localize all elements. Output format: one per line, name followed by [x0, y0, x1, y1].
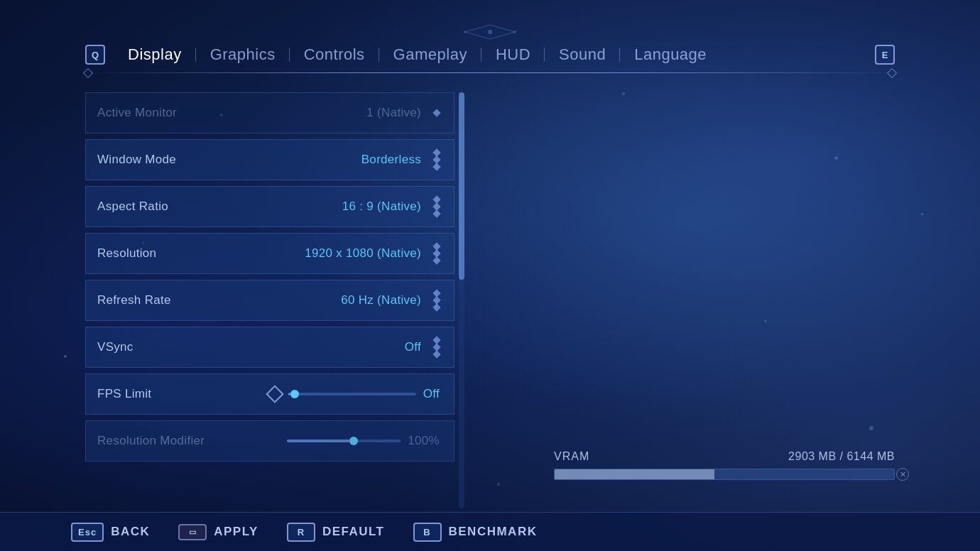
- nav-right-key[interactable]: E: [875, 45, 895, 65]
- setting-value-vsync: Off: [405, 340, 421, 354]
- nav-deco-left: [83, 68, 93, 78]
- tab-controls[interactable]: Controls: [290, 43, 379, 67]
- bottom-bar: Esc BACK ▭ APPLY R DEFAULT B BENCHMARK: [0, 512, 980, 551]
- vram-section: VRAM 2903 MB / 6144 MB ✕: [554, 450, 895, 480]
- setting-refresh-rate[interactable]: Refresh Rate 60 Hz (Native): [85, 280, 454, 321]
- vram-available-bar: [714, 469, 894, 479]
- resolution-slider-container: 100%: [205, 434, 440, 448]
- setting-value-active-monitor: 1 (Native): [366, 106, 421, 120]
- arrows-vsync: [434, 337, 440, 357]
- benchmark-label: BENCHMARK: [449, 525, 538, 539]
- vram-bar-wrapper: ✕: [554, 469, 895, 480]
- setting-vsync[interactable]: VSync Off: [85, 327, 454, 368]
- arrows-active-monitor: [434, 110, 440, 116]
- nav-border: [85, 72, 895, 73]
- svg-point-2: [513, 31, 516, 33]
- particle: [869, 426, 873, 430]
- vram-header: VRAM 2903 MB / 6144 MB: [554, 450, 895, 463]
- particle: [64, 355, 67, 358]
- vram-bar: [554, 469, 895, 480]
- setting-value-refresh-rate: 60 Hz (Native): [341, 293, 421, 307]
- svg-point-1: [464, 31, 467, 33]
- arrows-aspect-ratio: [434, 197, 440, 217]
- setting-value-resolution: 1920 x 1080 (Native): [305, 246, 421, 261]
- vram-used-bar: [555, 469, 714, 479]
- top-ornament: [462, 21, 518, 43]
- setting-value-window-mode: Borderless: [361, 153, 421, 167]
- setting-label-active-monitor: Active Monitor: [97, 106, 177, 120]
- particle: [497, 483, 500, 486]
- fps-slider-track[interactable]: [288, 393, 416, 395]
- back-action[interactable]: Esc BACK: [71, 523, 150, 542]
- fps-slider-diamond: [266, 385, 283, 403]
- benchmark-action[interactable]: B BENCHMARK: [413, 523, 538, 542]
- svg-point-0: [488, 30, 492, 34]
- particle: [622, 92, 625, 95]
- tab-graphics[interactable]: Graphics: [196, 43, 290, 67]
- arrows-refresh-rate: [434, 290, 440, 310]
- scrollbar-thumb: [459, 92, 464, 280]
- particle: [834, 156, 838, 160]
- settings-scrollbar[interactable]: [459, 92, 464, 508]
- arrows-resolution: [434, 244, 440, 263]
- particle: [921, 213, 923, 215]
- arrows-window-mode: [434, 150, 440, 170]
- setting-window-mode[interactable]: Window Mode Borderless: [85, 139, 454, 180]
- apply-action[interactable]: ▭ APPLY: [178, 524, 258, 540]
- apply-key: ▭: [178, 524, 207, 540]
- setting-label-fps-limit: FPS Limit: [97, 387, 151, 401]
- setting-value-fps-limit: Off: [423, 387, 440, 401]
- vram-values: 2903 MB / 6144 MB: [788, 450, 895, 463]
- default-key: R: [287, 523, 315, 542]
- vram-label: VRAM: [554, 450, 589, 463]
- tab-gameplay[interactable]: Gameplay: [379, 43, 481, 67]
- resolution-slider-track[interactable]: [287, 440, 401, 442]
- setting-active-monitor[interactable]: Active Monitor 1 (Native): [85, 92, 454, 133]
- setting-label-resolution: Resolution: [97, 246, 156, 261]
- tab-language[interactable]: Language: [620, 43, 721, 67]
- resolution-slider-fill: [287, 440, 349, 442]
- setting-label-refresh-rate: Refresh Rate: [97, 293, 171, 307]
- resolution-slider-thumb[interactable]: [349, 437, 358, 445]
- setting-value-aspect-ratio: 16 : 9 (Native): [342, 200, 421, 214]
- nav-deco-right: [887, 68, 897, 78]
- settings-list: Active Monitor 1 (Native) Window Mode Bo…: [85, 92, 454, 467]
- setting-label-window-mode: Window Mode: [97, 153, 176, 167]
- setting-fps-limit[interactable]: FPS Limit Off: [85, 373, 454, 415]
- setting-label-resolution-modifier: Resolution Modifier: [97, 434, 205, 448]
- settings-panel: Active Monitor 1 (Native) Window Mode Bo…: [85, 92, 454, 508]
- fps-slider-thumb[interactable]: [290, 390, 299, 398]
- default-label: DEFAULT: [322, 525, 385, 539]
- back-key: Esc: [71, 523, 104, 542]
- back-label: BACK: [111, 525, 150, 539]
- particle: [764, 320, 767, 322]
- setting-value-resolution-modifier: 100%: [408, 434, 440, 448]
- setting-resolution-modifier[interactable]: Resolution Modifier 100%: [85, 420, 454, 462]
- setting-resolution[interactable]: Resolution 1920 x 1080 (Native): [85, 233, 454, 274]
- setting-label-vsync: VSync: [97, 340, 134, 354]
- default-action[interactable]: R DEFAULT: [287, 523, 385, 542]
- tab-display[interactable]: Display: [114, 43, 196, 67]
- nav-bar: Q Display Graphics Controls Gameplay HUD…: [0, 43, 980, 73]
- setting-aspect-ratio[interactable]: Aspect Ratio 16 : 9 (Native): [85, 186, 454, 227]
- nav-left-key[interactable]: Q: [85, 45, 105, 65]
- vram-close-button[interactable]: ✕: [896, 468, 909, 481]
- nav-tabs: Display Graphics Controls Gameplay HUD S…: [114, 43, 875, 67]
- benchmark-key: B: [413, 523, 442, 542]
- tab-sound[interactable]: Sound: [545, 43, 620, 67]
- apply-label: APPLY: [214, 525, 258, 539]
- tab-hud[interactable]: HUD: [481, 43, 545, 67]
- setting-label-aspect-ratio: Aspect Ratio: [97, 200, 168, 214]
- fps-slider-container: Off: [151, 387, 440, 401]
